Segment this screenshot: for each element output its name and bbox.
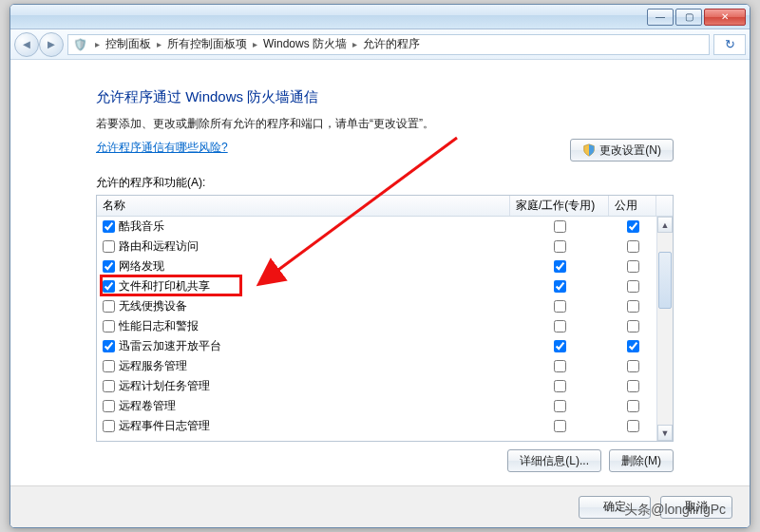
table-row[interactable]: 文件和打印机共享 [97, 276, 673, 296]
row-name-label: 酷我音乐 [119, 218, 164, 235]
breadcrumb-item[interactable]: 控制面板 [105, 36, 151, 52]
details-button[interactable]: 详细信息(L)... [507, 449, 601, 472]
chevron-right-icon: ▸ [349, 39, 361, 49]
page-subtitle: 若要添加、更改或删除所有允许的程序和端口，请单击“更改设置”。 [96, 116, 674, 132]
scroll-track[interactable] [657, 233, 673, 425]
list-header: 名称 家庭/工作(专用) 公用 [97, 196, 673, 217]
chevron-right-icon: ▸ [153, 39, 165, 49]
dialog-footer: 确定 取消 [10, 485, 750, 527]
page-title: 允许程序通过 Windows 防火墙通信 [96, 88, 674, 106]
table-row[interactable]: 路由和远程访问 [97, 237, 673, 256]
row-home-checkbox[interactable] [554, 340, 566, 352]
column-header-public[interactable]: 公用 [609, 196, 656, 216]
list-action-buttons: 详细信息(L)... 删除(M) [96, 442, 674, 472]
row-name-label: 性能日志和警报 [119, 318, 199, 334]
row-enable-checkbox[interactable] [103, 340, 115, 352]
nav-back-button[interactable]: ◄ [14, 32, 39, 57]
row-home-checkbox[interactable] [554, 300, 566, 313]
row-enable-checkbox[interactable] [103, 320, 115, 332]
table-row[interactable]: 性能日志和警报 [97, 316, 673, 336]
row-name-label: 文件和打印机共享 [119, 278, 210, 294]
chevron-right-icon: ▸ [249, 39, 261, 49]
row-enable-checkbox[interactable] [103, 420, 115, 432]
ok-button[interactable]: 确定 [579, 496, 651, 519]
close-button[interactable]: ✕ [704, 9, 746, 26]
allowed-programs-list: 名称 家庭/工作(专用) 公用 酷我音乐路由和远程访问网络发现文件和打印机共享无… [96, 195, 674, 442]
breadcrumb-item[interactable]: Windows 防火墙 [263, 36, 347, 52]
row-enable-checkbox[interactable] [103, 260, 115, 273]
column-header-home[interactable]: 家庭/工作(专用) [510, 196, 609, 216]
table-row[interactable]: 远程服务管理 [97, 356, 673, 376]
window-titlebar: — ▢ ✕ [10, 5, 750, 29]
row-enable-checkbox[interactable] [103, 400, 115, 412]
row-public-checkbox[interactable] [627, 400, 639, 412]
row-enable-checkbox[interactable] [103, 240, 115, 253]
table-row[interactable]: 远程事件日志管理 [97, 416, 673, 436]
table-row[interactable]: 酷我音乐 [97, 217, 673, 237]
row-public-checkbox[interactable] [627, 240, 639, 253]
vertical-scrollbar[interactable]: ▲ ▼ [656, 217, 673, 441]
row-enable-checkbox[interactable] [103, 280, 115, 293]
row-home-checkbox[interactable] [554, 380, 566, 392]
change-settings-button[interactable]: 更改设置(N) [570, 139, 674, 162]
row-public-checkbox[interactable] [627, 260, 639, 273]
shield-icon: 🛡️ [72, 37, 87, 52]
table-row[interactable]: 远程卷管理 [97, 396, 673, 416]
row-public-checkbox[interactable] [627, 360, 639, 372]
cancel-button[interactable]: 取消 [660, 496, 732, 519]
row-public-checkbox[interactable] [627, 280, 639, 293]
row-public-checkbox[interactable] [627, 420, 639, 432]
refresh-button[interactable]: ↻ [713, 34, 746, 55]
row-public-checkbox[interactable] [627, 380, 639, 392]
table-row[interactable]: 网络发现 [97, 256, 673, 276]
breadcrumb-item[interactable]: 允许的程序 [363, 36, 420, 52]
row-home-checkbox[interactable] [554, 260, 566, 273]
row-public-checkbox[interactable] [627, 340, 639, 352]
row-home-checkbox[interactable] [554, 420, 566, 432]
breadcrumb-item[interactable]: 所有控制面板项 [167, 36, 247, 52]
refresh-icon: ↻ [725, 37, 735, 51]
row-name-label: 远程计划任务管理 [119, 378, 210, 394]
minimize-button[interactable]: — [647, 9, 674, 26]
row-name-label: 远程卷管理 [119, 398, 176, 414]
nav-forward-button[interactable]: ► [39, 32, 64, 57]
column-header-name[interactable]: 名称 [97, 196, 510, 216]
list-body: 酷我音乐路由和远程访问网络发现文件和打印机共享无线便携设备性能日志和警报迅雷云加… [97, 217, 673, 441]
row-home-checkbox[interactable] [554, 360, 566, 372]
chevron-right-icon: ▸ [91, 39, 104, 49]
address-bar: ◄ ► 🛡️ ▸ 控制面板 ▸ 所有控制面板项 ▸ Windows 防火墙 ▸ … [10, 29, 750, 60]
scroll-thumb[interactable] [658, 252, 672, 309]
scroll-up-button[interactable]: ▲ [657, 217, 673, 233]
row-enable-checkbox[interactable] [103, 220, 115, 233]
row-name-label: 路由和远程访问 [119, 238, 199, 255]
risk-info-link[interactable]: 允许程序通信有哪些风险? [96, 141, 228, 154]
row-home-checkbox[interactable] [554, 400, 566, 412]
change-settings-label: 更改设置(N) [599, 142, 661, 159]
breadcrumb[interactable]: 🛡️ ▸ 控制面板 ▸ 所有控制面板项 ▸ Windows 防火墙 ▸ 允许的程… [67, 34, 710, 55]
column-header-scroll-spacer [656, 196, 673, 216]
allowed-list-caption: 允许的程序和功能(A): [96, 175, 674, 191]
row-name-label: 无线便携设备 [119, 298, 187, 314]
row-name-label: 迅雷云加速开放平台 [119, 338, 221, 354]
maximize-button[interactable]: ▢ [675, 9, 702, 26]
row-home-checkbox[interactable] [554, 320, 566, 332]
shield-icon [582, 143, 596, 157]
row-home-checkbox[interactable] [554, 240, 566, 253]
content-pane: 允许程序通过 Windows 防火墙通信 若要添加、更改或删除所有允许的程序和端… [10, 60, 750, 485]
row-name-label: 网络发现 [119, 258, 164, 275]
row-public-checkbox[interactable] [627, 320, 639, 332]
control-panel-window: — ▢ ✕ ◄ ► 🛡️ ▸ 控制面板 ▸ 所有控制面板项 ▸ Windows … [10, 4, 750, 528]
row-enable-checkbox[interactable] [103, 300, 115, 313]
scroll-down-button[interactable]: ▼ [657, 425, 673, 441]
row-public-checkbox[interactable] [627, 220, 639, 233]
row-home-checkbox[interactable] [554, 220, 566, 233]
row-name-label: 远程事件日志管理 [119, 418, 210, 434]
delete-button[interactable]: 删除(M) [609, 449, 674, 472]
table-row[interactable]: 迅雷云加速开放平台 [97, 336, 673, 356]
table-row[interactable]: 远程计划任务管理 [97, 376, 673, 396]
row-enable-checkbox[interactable] [103, 360, 115, 372]
row-home-checkbox[interactable] [554, 280, 566, 293]
row-public-checkbox[interactable] [627, 300, 639, 313]
row-enable-checkbox[interactable] [103, 380, 115, 392]
table-row[interactable]: 无线便携设备 [97, 296, 673, 316]
